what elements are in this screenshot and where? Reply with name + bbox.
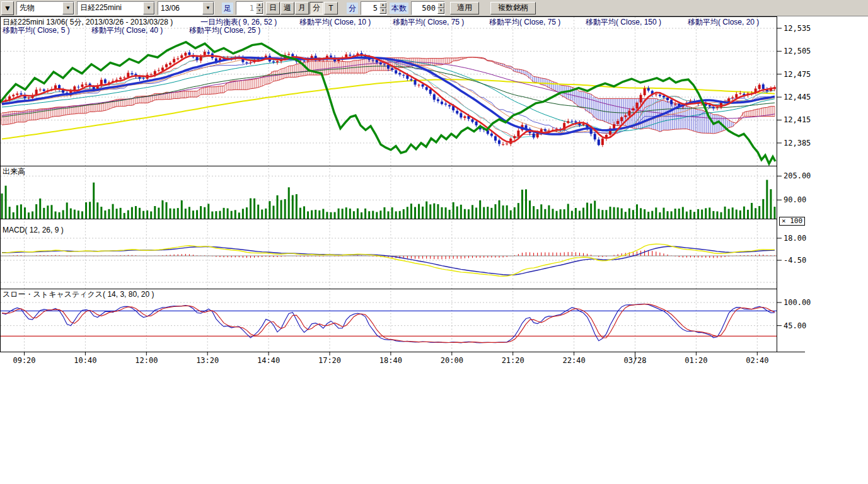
volume-multiplier-badge: × 100	[779, 217, 805, 226]
time-axis-label: 12:00	[131, 356, 161, 365]
price-chart-canvas[interactable]	[0, 0, 826, 378]
time-axis-label: 09:20	[9, 356, 40, 365]
indicator-legend-label: 移動平均( Close, 150 )	[586, 17, 661, 28]
price-axis-tick: 12,415	[784, 115, 811, 124]
time-axis-label: 02:40	[742, 356, 772, 365]
indicator-legend-label: 移動平均( Close, 40 )	[91, 25, 163, 36]
price-axis-tick: 12,505	[784, 47, 811, 55]
macd-axis-tick: 18.00	[784, 234, 806, 243]
price-axis-tick: 12,475	[784, 70, 811, 79]
stoch-axis-tick: 100.00	[784, 298, 811, 307]
volume-axis-tick: 90.00	[784, 195, 806, 204]
volume-axis-tick: 205.00	[784, 171, 811, 180]
chart-area[interactable]: 出来高 MACD( 12, 26, 9 ) スロー・ストキャスティクス( 14,…	[0, 0, 868, 484]
macd-pane-label: MACD( 12, 26, 9 )	[3, 226, 64, 234]
time-axis-label: 20:00	[437, 356, 467, 365]
price-axis-tick: 12,535	[784, 24, 811, 33]
time-axis-label: 10:40	[70, 356, 100, 365]
time-axis-label: 21:20	[498, 356, 528, 365]
time-axis-label: 03/28	[620, 356, 651, 365]
price-axis-tick: 12,445	[784, 93, 811, 101]
time-axis-label: 13:20	[192, 356, 223, 365]
time-axis-label: 01:20	[681, 356, 711, 365]
indicator-legend-label: 移動平均( Close, 10 )	[299, 17, 371, 28]
time-axis-label: 14:40	[253, 356, 284, 365]
indicator-legend-label: 移動平均( Close, 25 )	[189, 25, 260, 36]
indicator-legend-label: 移動平均( Close, 20 )	[688, 17, 759, 28]
time-axis-label: 22:40	[559, 356, 589, 365]
stochastics-pane-label: スロー・ストキャスティクス( 14, 3, 80, 20 )	[3, 289, 154, 300]
indicator-legend-label: 移動平均( Close, 75 )	[393, 17, 464, 28]
time-axis-label: 18:40	[376, 356, 406, 365]
stoch-axis-tick: 45.00	[784, 321, 806, 330]
indicator-legend-label: 移動平均( Close, 75 )	[489, 17, 560, 28]
price-axis-tick: 12,385	[784, 139, 811, 147]
volume-pane-label: 出来高	[3, 166, 25, 177]
indicator-legend-label: 移動平均( Close, 5 )	[3, 25, 70, 36]
macd-axis-tick: -4.50	[784, 256, 806, 265]
time-axis-label: 17:20	[315, 356, 345, 365]
